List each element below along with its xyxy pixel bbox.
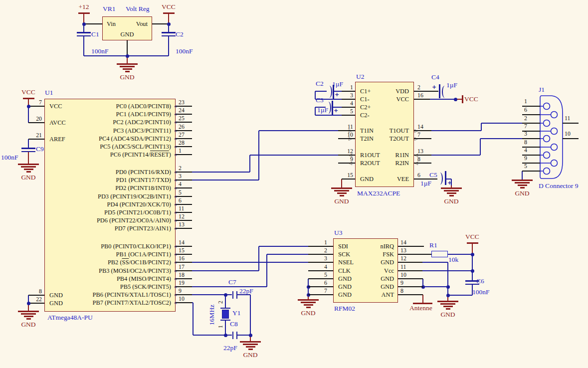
wire bbox=[176, 122, 192, 123]
pin-number: 1 bbox=[340, 84, 353, 91]
power-bar bbox=[78, 12, 90, 14]
vr1-desc: Volt Reg bbox=[126, 5, 149, 12]
pin-number: 6 bbox=[316, 279, 327, 286]
wire bbox=[176, 262, 192, 263]
bidir-arrow-icon: « bbox=[174, 299, 177, 306]
wire bbox=[193, 303, 194, 335]
pin-number: 2 bbox=[417, 84, 420, 91]
wire bbox=[480, 139, 481, 155]
wire bbox=[342, 115, 355, 116]
j1-connector[interactable] bbox=[537, 94, 566, 182]
bidir-arrow-icon: « bbox=[174, 224, 177, 231]
wire bbox=[176, 228, 192, 229]
pin-number: 15 bbox=[179, 247, 185, 254]
capacitor-plate bbox=[21, 151, 35, 153]
wire bbox=[414, 99, 430, 100]
bidir-arrow-icon: « bbox=[174, 102, 177, 109]
pin-number: 7 bbox=[524, 123, 527, 130]
pin-name: VDD bbox=[368, 87, 409, 95]
j1-part: D Connector 9 bbox=[539, 182, 578, 189]
pin-number: 1 bbox=[316, 239, 327, 246]
y1-crystal-body[interactable] bbox=[222, 310, 229, 319]
gnd-symbol-bar bbox=[512, 180, 533, 181]
capacitor-plate bbox=[439, 84, 440, 98]
junction-dot bbox=[471, 269, 474, 273]
gnd-symbol-bar bbox=[447, 192, 456, 194]
gnd-symbol-bar bbox=[24, 169, 33, 170]
capacitor-plate bbox=[236, 291, 238, 299]
wire bbox=[258, 246, 259, 271]
pin-name: PB7 (PCINT7/XTAL2/TOSC2) bbox=[72, 299, 171, 307]
wire bbox=[315, 99, 342, 100]
pin-number: 5 bbox=[316, 271, 327, 278]
pin-name: FSK bbox=[352, 250, 394, 258]
wire bbox=[259, 246, 308, 247]
pin-name: R2IN bbox=[368, 159, 409, 167]
wire bbox=[192, 262, 308, 263]
wire bbox=[84, 23, 102, 24]
pin-name: GND bbox=[352, 258, 394, 266]
pin-name: PC3 (ADC3/PCINT11) bbox=[72, 127, 171, 135]
wire bbox=[28, 303, 44, 304]
capacitor-plate bbox=[236, 332, 238, 339]
wire bbox=[225, 295, 226, 308]
gnd-label: GND bbox=[436, 311, 459, 318]
wire bbox=[563, 123, 579, 124]
capacitor-plus-sign: + bbox=[334, 108, 338, 113]
pin-number: 2 bbox=[179, 165, 182, 172]
wire bbox=[423, 286, 448, 287]
gnd-symbol-bar bbox=[246, 346, 255, 348]
pin-number: 28 bbox=[179, 139, 185, 146]
bidir-arrow-icon: « bbox=[174, 151, 177, 158]
pin-number: 2 bbox=[316, 247, 327, 254]
bidir-arrow-icon: « bbox=[174, 291, 177, 298]
gnd-symbol-bar bbox=[21, 166, 36, 168]
pin-number: 21 bbox=[30, 132, 42, 139]
gnd-symbol-bar bbox=[518, 184, 527, 186]
pin-name: T1OUT bbox=[368, 127, 409, 135]
wire bbox=[192, 180, 259, 181]
gnd-symbol-bar bbox=[301, 302, 316, 303]
capacitor-plate bbox=[21, 148, 35, 149]
r1-resistor-body[interactable] bbox=[431, 251, 448, 257]
pin-name: SDI bbox=[338, 242, 348, 250]
pin-number: 4 bbox=[316, 263, 327, 270]
r1-val: 10k bbox=[448, 256, 458, 263]
wire bbox=[315, 91, 327, 92]
gnd-symbol-bar bbox=[449, 195, 454, 196]
wire bbox=[176, 196, 192, 197]
wire bbox=[414, 179, 437, 180]
vr1-ref: VR1 bbox=[103, 5, 116, 12]
gnd-symbol-bar bbox=[120, 66, 135, 67]
wire bbox=[176, 187, 192, 188]
j1-dsub-shape bbox=[537, 94, 566, 182]
pin-number: 4 bbox=[340, 100, 353, 107]
bidir-arrow-icon: « bbox=[174, 176, 177, 183]
pin-number: 16 bbox=[179, 255, 185, 262]
wire bbox=[176, 154, 192, 155]
j1-ref: J1 bbox=[539, 86, 545, 93]
pin-number: 9 bbox=[524, 155, 527, 162]
wire bbox=[431, 155, 480, 156]
gnd-symbol-bar bbox=[515, 182, 530, 184]
u2-c4-val: 1µF bbox=[446, 81, 457, 89]
gnd-symbol-bar bbox=[125, 71, 130, 72]
capacitor-plate bbox=[332, 101, 333, 115]
gnd-symbol-bar bbox=[298, 299, 319, 301]
gnd-symbol-bar bbox=[306, 307, 311, 308]
pin-name: GND bbox=[338, 275, 352, 283]
junction-dot bbox=[249, 334, 252, 337]
c6-val: 100nF bbox=[472, 288, 490, 296]
pin-number: 13 bbox=[179, 221, 185, 228]
c2-ref: C2 bbox=[176, 30, 184, 38]
wire bbox=[338, 163, 355, 164]
pin-number: 16 bbox=[417, 92, 423, 99]
pin-number: 14 bbox=[400, 239, 406, 246]
wire bbox=[176, 302, 192, 303]
wire bbox=[28, 152, 29, 164]
y1-ref: Y1 bbox=[232, 309, 241, 317]
wire bbox=[422, 295, 423, 303]
pin-name: GND bbox=[49, 291, 63, 299]
vr1-pin-vin: Vin bbox=[107, 20, 116, 28]
bidir-arrow-icon: « bbox=[174, 216, 177, 223]
